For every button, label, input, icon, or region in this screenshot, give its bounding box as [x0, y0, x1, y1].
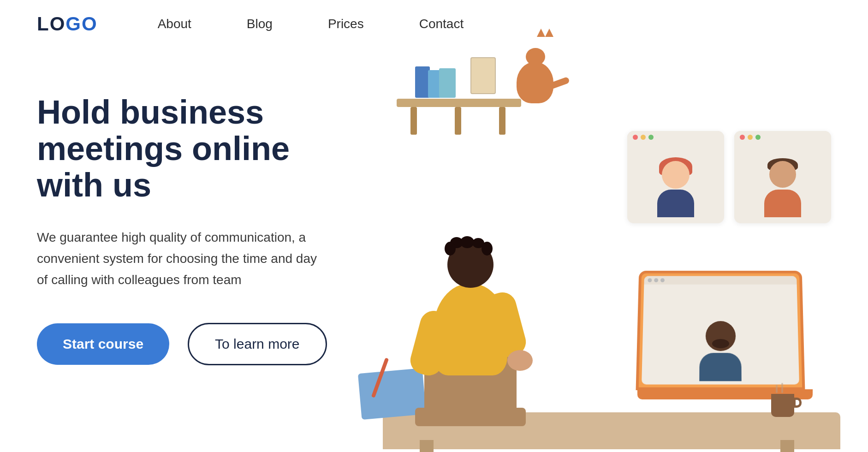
start-course-button[interactable]: Start course	[37, 323, 169, 365]
person3-figure	[699, 321, 741, 381]
person2-figure	[764, 161, 801, 217]
learn-more-button[interactable]: To learn more	[188, 323, 327, 365]
cup-handle	[793, 398, 802, 408]
logo-go: GO	[65, 13, 97, 35]
window-bar-1	[627, 131, 724, 143]
hero-illustration	[360, 66, 831, 452]
laptop-bar	[644, 276, 797, 284]
video-window-2	[734, 131, 831, 223]
laptop-screen-inner	[642, 276, 799, 384]
navbar: LOGO About Blog Prices Contact	[0, 0, 868, 48]
laptop-dot-1	[648, 278, 652, 282]
p3-body	[699, 353, 741, 381]
shelf-board	[397, 99, 521, 107]
p1-body	[657, 190, 694, 217]
p1-head	[662, 161, 690, 189]
hero-subtitle: We guarantee high quality of communicati…	[37, 227, 323, 291]
cat-ear-left	[537, 29, 545, 37]
dot-red-2	[740, 135, 745, 140]
person-head	[447, 242, 493, 288]
video-call-windows	[627, 131, 831, 223]
laptop-screen	[636, 271, 805, 390]
shelf-leg-right	[499, 107, 505, 135]
dot-red-1	[633, 135, 638, 140]
p2-head	[769, 161, 796, 188]
laptop-dot-3	[660, 278, 665, 282]
person1-figure	[657, 161, 694, 217]
cat-body	[517, 62, 553, 103]
p3-head	[705, 321, 735, 351]
person2-container	[734, 143, 831, 217]
laptop-dot-2	[654, 278, 658, 282]
window-bar-2	[734, 131, 831, 143]
cat-ear-right	[545, 29, 553, 37]
logo-lo: LO	[37, 13, 65, 35]
person3-container	[642, 285, 799, 381]
dot-green-2	[755, 135, 761, 140]
coffee-cup	[771, 394, 794, 417]
person1-container	[627, 143, 724, 217]
hero-text-area: Hold business meetings online with us We…	[37, 66, 360, 365]
nav-prices[interactable]: Prices	[328, 17, 364, 31]
book3	[439, 68, 456, 98]
steam-2	[781, 383, 783, 393]
desk-leg-left	[420, 440, 434, 452]
p3-beard	[712, 339, 729, 348]
steam-1	[776, 385, 778, 393]
shelf-leg-left	[410, 107, 417, 135]
p2-body	[764, 190, 801, 217]
person-torso	[434, 283, 507, 375]
nav-blog[interactable]: Blog	[247, 17, 273, 31]
hero-title: Hold business meetings online with us	[37, 94, 360, 204]
person-hand-right	[507, 350, 533, 371]
logo[interactable]: LOGO	[37, 13, 116, 35]
video-window-1	[627, 131, 724, 223]
hero-section: Hold business meetings online with us We…	[0, 48, 868, 452]
nav-about[interactable]: About	[158, 17, 191, 31]
easel	[470, 57, 496, 94]
laptop	[637, 269, 822, 417]
hair-curl-5	[482, 242, 493, 256]
cat-head	[526, 48, 545, 65]
desk-leg-right	[780, 440, 794, 452]
dot-green-1	[648, 135, 654, 140]
nav-contact[interactable]: Contact	[419, 17, 464, 31]
chair-seat	[415, 408, 526, 426]
hair-curl-4	[445, 242, 456, 256]
dot-yellow-1	[641, 135, 646, 140]
shelf-leg-middle	[455, 107, 461, 135]
cup-body	[771, 394, 794, 417]
hero-buttons: Start course To learn more	[37, 323, 360, 365]
dot-yellow-2	[748, 135, 753, 140]
